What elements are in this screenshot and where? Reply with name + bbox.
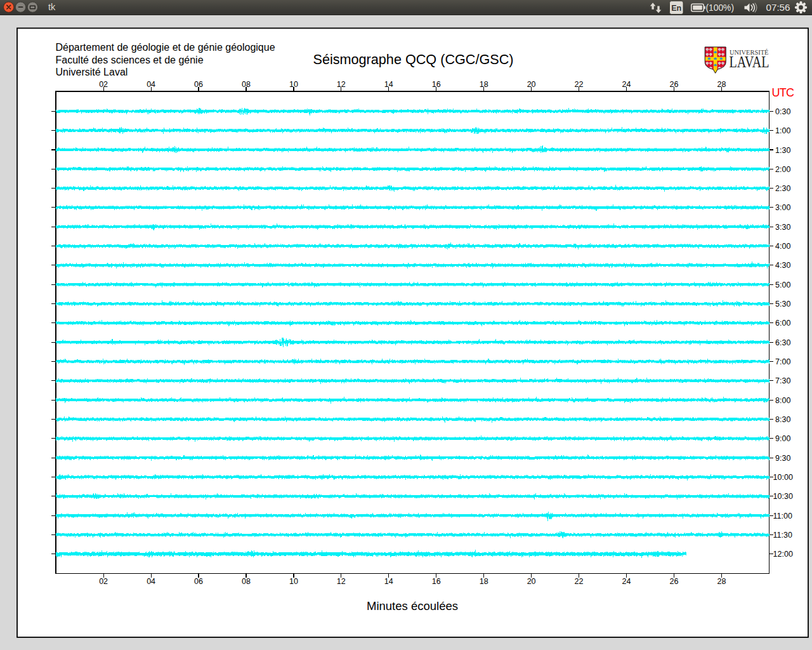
svg-text:04: 04 (147, 80, 155, 89)
svg-text:Minutes écoulées: Minutes écoulées (367, 599, 458, 613)
svg-text:10:30: 10:30 (773, 492, 793, 501)
svg-text:07:56: 07:56 (766, 2, 790, 13)
svg-text:20: 20 (527, 577, 536, 586)
svg-text:10: 10 (289, 80, 298, 89)
svg-text:5:30: 5:30 (775, 300, 790, 308)
svg-text:9:00: 9:00 (775, 434, 790, 443)
svg-text:06: 06 (194, 577, 203, 586)
svg-text:16: 16 (432, 577, 441, 586)
svg-text:12: 12 (337, 577, 346, 586)
svg-text:26: 26 (669, 577, 678, 586)
svg-text:(100%): (100%) (706, 3, 734, 13)
svg-text:08: 08 (242, 80, 251, 89)
svg-text:1:00: 1:00 (775, 126, 790, 135)
svg-text:Département de géologie et de: Département de géologie et de génie géol… (56, 42, 275, 53)
svg-text:Séismographe QCQ (CGC/GSC): Séismographe QCQ (CGC/GSC) (313, 52, 514, 67)
svg-text:18: 18 (480, 577, 488, 586)
svg-text:14: 14 (384, 80, 393, 89)
svg-text:11:00: 11:00 (773, 512, 792, 521)
svg-text:7:00: 7:00 (775, 357, 790, 366)
svg-text:24: 24 (622, 80, 631, 89)
svg-text:02: 02 (99, 577, 108, 586)
svg-text:8:00: 8:00 (775, 396, 790, 405)
svg-text:9:30: 9:30 (775, 454, 790, 463)
svg-text:22: 22 (575, 577, 584, 586)
svg-text:11:30: 11:30 (773, 531, 792, 540)
svg-text:2:30: 2:30 (775, 184, 790, 193)
svg-text:26: 26 (669, 80, 678, 89)
svg-text:6:30: 6:30 (775, 338, 790, 347)
svg-text:08: 08 (242, 577, 251, 586)
svg-text:5:00: 5:00 (775, 281, 790, 289)
svg-text:18: 18 (480, 80, 488, 89)
svg-text:Université Laval: Université Laval (56, 67, 128, 77)
svg-text:02: 02 (99, 80, 108, 89)
svg-text:1:30: 1:30 (775, 146, 790, 155)
svg-text:En: En (671, 4, 681, 13)
svg-text:20: 20 (527, 80, 536, 89)
svg-text:8:30: 8:30 (775, 415, 790, 424)
svg-text:04: 04 (147, 577, 155, 586)
svg-text:10:00: 10:00 (773, 473, 793, 482)
svg-text:Faculté des sciences et de gén: Faculté des sciences et de génie (56, 55, 204, 65)
svg-text:UTC: UTC (772, 86, 795, 99)
svg-text:16: 16 (432, 80, 441, 89)
svg-text:0:30: 0:30 (775, 107, 790, 116)
svg-text:14: 14 (384, 577, 393, 586)
svg-text:4:00: 4:00 (775, 242, 790, 251)
svg-text:10: 10 (289, 577, 298, 586)
svg-text:28: 28 (717, 577, 726, 586)
svg-text:12: 12 (337, 80, 346, 89)
svg-text:24: 24 (622, 577, 631, 586)
svg-text:4:30: 4:30 (775, 261, 790, 270)
svg-text:3:30: 3:30 (775, 223, 790, 232)
svg-text:3:00: 3:00 (775, 203, 790, 212)
svg-text:12:00: 12:00 (773, 550, 793, 559)
svg-text:2:00: 2:00 (775, 165, 790, 174)
svg-text:tk: tk (48, 2, 56, 12)
svg-text:22: 22 (575, 80, 584, 89)
svg-text:06: 06 (194, 80, 203, 89)
svg-text:7:30: 7:30 (775, 376, 790, 385)
svg-text:28: 28 (717, 80, 726, 89)
svg-text:LAVAL: LAVAL (730, 53, 769, 70)
svg-text:6:00: 6:00 (775, 319, 790, 328)
